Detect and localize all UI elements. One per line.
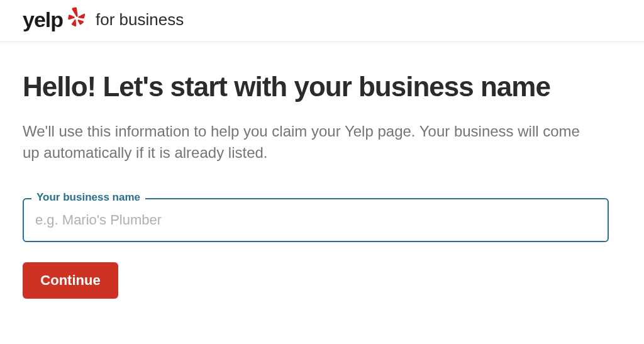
business-name-field-wrap: Your business name <box>23 198 594 242</box>
main-content: Hello! Let's start with your business na… <box>0 42 616 299</box>
logo-wordmark: yelp <box>23 9 63 30</box>
continue-button[interactable]: Continue <box>23 262 118 299</box>
page-subtitle: We'll use this information to help you c… <box>23 121 594 165</box>
logo[interactable]: yelp <box>23 9 86 30</box>
business-name-input[interactable] <box>23 198 609 242</box>
business-name-label: Your business name <box>31 191 145 204</box>
yelp-burst-icon <box>67 7 86 28</box>
page-title: Hello! Let's start with your business na… <box>23 71 594 103</box>
header-sublabel: for business <box>96 10 184 30</box>
header: yelp for business <box>0 0 644 42</box>
